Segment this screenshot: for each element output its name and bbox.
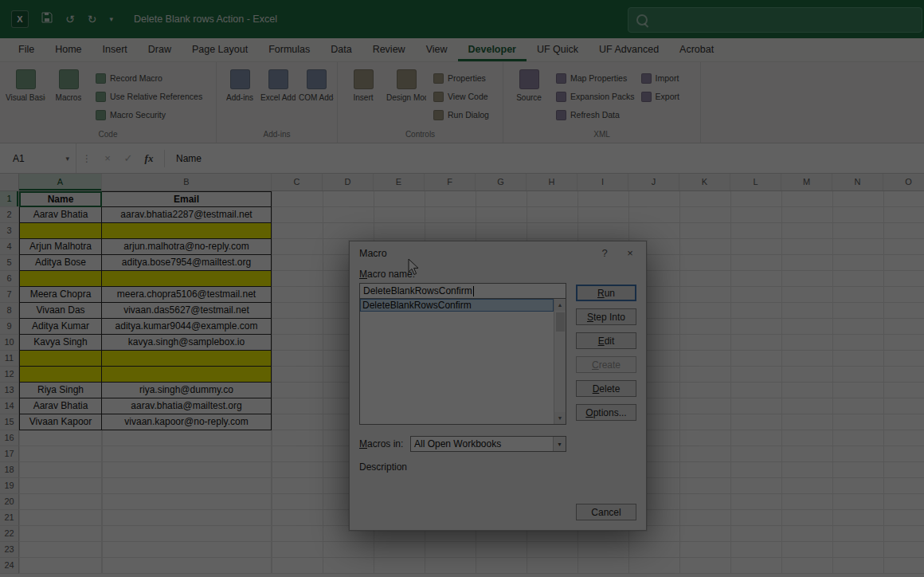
column-header[interactable]: N [832, 174, 883, 190]
dialog-button[interactable]: Options... [576, 404, 636, 421]
cell-colB[interactable]: arjun.malhotra@no-reply.com [102, 239, 272, 255]
cell-colB[interactable]: meera.chopra5106@testmail.net [102, 287, 272, 303]
cell-colA[interactable] [19, 494, 102, 510]
row-header[interactable]: 15 [0, 414, 19, 430]
cancel-button[interactable]: Cancel [576, 504, 636, 520]
help-icon[interactable]: ? [592, 241, 617, 265]
ribbon-button-small[interactable]: Record Macro [96, 70, 202, 86]
cell-colB[interactable] [102, 478, 272, 494]
row-header[interactable]: 16 [0, 430, 19, 446]
ribbon-button-large[interactable]: Insert [343, 65, 384, 104]
cell-colB[interactable] [102, 271, 272, 287]
ribbon-button-large[interactable]: Visual Basic [5, 65, 46, 104]
cell-colA[interactable]: Aditya Bose [19, 255, 102, 271]
ribbon-tab[interactable]: Data [320, 38, 362, 61]
row-header[interactable]: 22 [0, 526, 19, 542]
row-header[interactable]: 8 [0, 303, 19, 319]
ribbon-tab[interactable]: Developer [458, 38, 527, 61]
search-box[interactable] [628, 7, 922, 33]
ribbon-button-large[interactable]: Macros [48, 65, 89, 104]
ribbon-button-small[interactable]: Map Properties [556, 70, 635, 86]
cell-colB[interactable]: kavya.singh@samplebox.io [102, 335, 272, 351]
ribbon-button-large[interactable]: COM Add-ins [298, 65, 335, 104]
ribbon-tab[interactable]: UF Advanced [589, 38, 669, 61]
column-header[interactable]: A [19, 174, 102, 190]
column-header[interactable]: E [374, 174, 425, 190]
cell-colA[interactable] [19, 558, 102, 574]
column-header[interactable]: B [102, 174, 272, 190]
scrollbar[interactable]: ▲ ▼ [554, 299, 566, 424]
row-header[interactable]: 5 [0, 255, 19, 271]
cell-colB[interactable]: vivaan.das5627@testmail.net [102, 303, 272, 319]
macros-in-combobox[interactable]: All Open Workbooks ▾ [410, 436, 566, 452]
row-header[interactable]: 7 [0, 287, 19, 303]
cell-colA[interactable] [19, 271, 102, 287]
row-header[interactable]: 20 [0, 494, 19, 510]
ribbon-button-large[interactable]: Excel Add-ins [260, 65, 296, 104]
redo-icon[interactable]: ↻ [88, 14, 97, 25]
cell-colA[interactable] [19, 223, 102, 239]
column-header[interactable]: H [527, 174, 578, 190]
cell-colB[interactable] [102, 446, 272, 462]
save-icon[interactable] [41, 12, 53, 26]
ribbon-button-small[interactable]: View Code [433, 88, 489, 104]
close-icon[interactable]: × [617, 241, 643, 265]
column-header[interactable]: J [628, 174, 679, 190]
formula-enter-icon[interactable]: ✓ [118, 152, 139, 164]
column-header[interactable]: K [679, 174, 730, 190]
scroll-down-icon[interactable]: ▼ [554, 412, 566, 424]
cell-colA[interactable]: Name [19, 191, 102, 207]
cell-colA[interactable]: Vivaan Das [19, 303, 102, 319]
ribbon-button-large[interactable]: Design Mode [386, 65, 427, 104]
cell-colB[interactable] [102, 558, 272, 574]
grid-filler[interactable] [272, 191, 924, 207]
row-header[interactable]: 18 [0, 462, 19, 478]
column-header[interactable]: L [730, 174, 781, 190]
ribbon-button-large[interactable]: Add-ins [221, 65, 258, 104]
scroll-up-icon[interactable]: ▲ [554, 299, 566, 311]
cell-colA[interactable]: Aditya Kumar [19, 319, 102, 335]
ribbon-button-small[interactable]: Macro Security [96, 107, 202, 123]
row-header[interactable]: 13 [0, 383, 19, 398]
row-header[interactable]: 21 [0, 510, 19, 526]
name-box[interactable]: A1 ▾ [0, 143, 76, 173]
row-header[interactable]: 3 [0, 223, 19, 239]
dialog-button[interactable]: Edit [576, 332, 636, 349]
formula-splitter-icon[interactable]: ⋮ [76, 153, 97, 164]
cell-colA[interactable] [19, 462, 102, 478]
column-header[interactable]: F [425, 174, 476, 190]
ribbon-button-small[interactable]: Run Dialog [433, 107, 489, 123]
scroll-thumb[interactable] [556, 312, 565, 332]
cell-colA[interactable]: Meera Chopra [19, 287, 102, 303]
row-header[interactable]: 19 [0, 478, 19, 494]
grid-filler[interactable] [272, 558, 924, 574]
formula-input[interactable]: Name [176, 153, 202, 164]
cell-colA[interactable]: Aarav Bhatia [19, 207, 102, 223]
ribbon-button-small[interactable]: Export [641, 88, 679, 104]
fx-icon[interactable]: fx [139, 152, 159, 165]
ribbon-button-small[interactable]: Expansion Packs [556, 88, 635, 104]
macro-name-input[interactable]: DeleteBlankRowsConfirm [359, 283, 566, 299]
cell-colB[interactable]: aditya.bose7954@mailtest.org [102, 255, 272, 271]
cell-colB[interactable] [102, 223, 272, 239]
ribbon-button-small[interactable]: Refresh Data [556, 107, 635, 123]
cell-colA[interactable] [19, 510, 102, 526]
cell-colA[interactable]: Arjun Malhotra [19, 239, 102, 255]
row-header[interactable]: 2 [0, 207, 19, 223]
cell-colA[interactable]: Kavya Singh [19, 335, 102, 351]
row-header[interactable]: 12 [0, 367, 19, 383]
column-header[interactable]: D [323, 174, 374, 190]
column-header[interactable]: O [883, 174, 924, 190]
row-header[interactable]: 6 [0, 271, 19, 287]
ribbon-tab[interactable]: Home [45, 38, 92, 61]
grid-filler[interactable] [272, 207, 924, 223]
combo-chevron-icon[interactable]: ▾ [553, 437, 566, 451]
dialog-titlebar[interactable]: Macro ? × [350, 241, 646, 265]
qat-customize-icon[interactable]: ▾ [109, 16, 113, 23]
cell-colA[interactable]: Aarav Bhatia [19, 398, 102, 414]
name-box-chevron-icon[interactable]: ▾ [65, 155, 69, 163]
ribbon-tab[interactable]: Formulas [258, 38, 320, 61]
column-header[interactable]: M [781, 174, 832, 190]
cell-colA[interactable] [19, 446, 102, 462]
ribbon-tab[interactable]: Acrobat [669, 38, 724, 61]
